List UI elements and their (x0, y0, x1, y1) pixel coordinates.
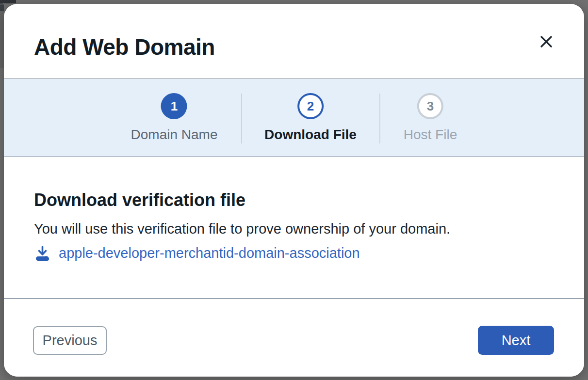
download-icon (35, 245, 50, 261)
next-button[interactable]: Next (478, 326, 554, 355)
step-label: Download File (264, 127, 357, 142)
download-link-label: apple-developer-merchantid-domain-associ… (59, 245, 360, 261)
step-label: Host File (404, 127, 457, 142)
section-heading: Download verification file (34, 190, 245, 210)
section-description: You will use this verification file to p… (34, 221, 450, 237)
dialog-header: Add Web Domain (4, 4, 584, 78)
step-number-badge: 3 (417, 93, 443, 119)
previous-button[interactable]: Previous (33, 326, 107, 355)
step-label: Domain Name (131, 127, 218, 142)
step-number-badge: 1 (161, 93, 187, 119)
add-web-domain-dialog: Add Web Domain 1 Domain Name 2 Download … (4, 4, 584, 377)
step-domain-name: 1 Domain Name (131, 93, 218, 142)
download-verification-file-link[interactable]: apple-developer-merchantid-domain-associ… (35, 245, 360, 261)
wizard-stepper: 1 Domain Name 2 Download File 3 Host Fil… (4, 78, 584, 157)
step-download-file: 2 Download File (264, 93, 357, 142)
backdrop-text-fragment (0, 0, 6, 3)
dialog-title: Add Web Domain (34, 34, 215, 60)
stepper-divider (379, 94, 380, 143)
dialog-footer: Previous Next (4, 298, 584, 377)
close-button[interactable] (536, 31, 557, 52)
step-host-file: 3 Host File (404, 93, 457, 142)
step-number-badge: 2 (297, 93, 324, 119)
dimmed-page-backdrop: Add Web Domain 1 Domain Name 2 Download … (0, 0, 588, 380)
close-icon (539, 35, 553, 48)
dialog-body: Download verification file You will use … (4, 157, 584, 298)
stepper-divider (241, 94, 242, 143)
